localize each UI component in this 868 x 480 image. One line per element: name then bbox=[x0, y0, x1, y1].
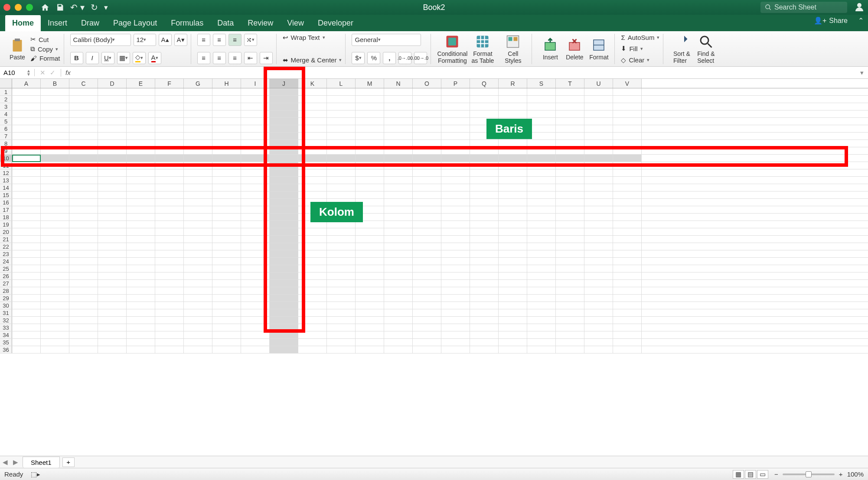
cell[interactable] bbox=[41, 125, 69, 132]
cell[interactable] bbox=[356, 155, 384, 162]
cell[interactable] bbox=[184, 118, 212, 125]
cell[interactable] bbox=[298, 250, 327, 257]
cell[interactable] bbox=[470, 162, 499, 169]
cell[interactable] bbox=[556, 236, 584, 243]
cell[interactable] bbox=[441, 236, 470, 243]
cell[interactable] bbox=[613, 118, 642, 125]
cell[interactable] bbox=[241, 265, 270, 272]
cell[interactable] bbox=[327, 243, 356, 250]
cell[interactable] bbox=[212, 272, 241, 279]
cell[interactable] bbox=[127, 125, 155, 132]
cell[interactable] bbox=[41, 221, 69, 228]
cell[interactable] bbox=[270, 103, 298, 110]
find-select-button[interactable]: Find & Select bbox=[694, 34, 718, 64]
cell[interactable] bbox=[270, 302, 298, 309]
cell[interactable] bbox=[98, 96, 127, 103]
next-sheet-icon[interactable]: ▶ bbox=[10, 458, 21, 466]
cell[interactable] bbox=[241, 206, 270, 213]
column-header[interactable]: E bbox=[127, 79, 155, 88]
cell[interactable] bbox=[241, 118, 270, 125]
cell[interactable] bbox=[155, 272, 184, 279]
cell[interactable] bbox=[527, 199, 556, 206]
cell[interactable] bbox=[613, 243, 642, 250]
paste-button[interactable]: Paste bbox=[6, 37, 29, 61]
cell[interactable] bbox=[41, 317, 69, 324]
cell[interactable] bbox=[584, 228, 613, 235]
cell[interactable] bbox=[470, 280, 499, 287]
cell[interactable] bbox=[527, 184, 556, 191]
cell[interactable] bbox=[155, 140, 184, 147]
row-header[interactable]: 31 bbox=[0, 309, 12, 316]
cell[interactable] bbox=[98, 236, 127, 243]
minimize-icon[interactable] bbox=[15, 4, 22, 11]
cell[interactable] bbox=[69, 110, 98, 117]
cell[interactable] bbox=[98, 118, 127, 125]
cell[interactable] bbox=[327, 295, 356, 302]
cell[interactable] bbox=[613, 295, 642, 302]
cell[interactable] bbox=[212, 169, 241, 176]
tab-insert[interactable]: Insert bbox=[41, 15, 74, 31]
cell[interactable] bbox=[527, 339, 556, 346]
cell[interactable] bbox=[384, 324, 413, 331]
cell[interactable] bbox=[270, 228, 298, 235]
row-header[interactable]: 3 bbox=[0, 103, 12, 110]
cell[interactable] bbox=[499, 162, 527, 169]
cell[interactable] bbox=[499, 177, 527, 184]
cell[interactable] bbox=[413, 191, 441, 198]
cell[interactable] bbox=[441, 221, 470, 228]
cell[interactable] bbox=[327, 191, 356, 198]
cell[interactable] bbox=[356, 103, 384, 110]
cell[interactable] bbox=[155, 133, 184, 139]
cell[interactable] bbox=[384, 302, 413, 309]
cell[interactable] bbox=[441, 162, 470, 169]
cell[interactable] bbox=[98, 250, 127, 257]
cell[interactable] bbox=[69, 162, 98, 169]
cell[interactable] bbox=[613, 169, 642, 176]
cell[interactable] bbox=[584, 272, 613, 279]
cell[interactable] bbox=[270, 147, 298, 154]
cell[interactable] bbox=[212, 88, 241, 95]
decrease-decimal-icon[interactable]: .00→.0 bbox=[414, 52, 427, 64]
cell[interactable] bbox=[441, 199, 470, 206]
cell[interactable] bbox=[327, 258, 356, 265]
cell[interactable] bbox=[184, 250, 212, 257]
cell[interactable] bbox=[556, 96, 584, 103]
cell[interactable] bbox=[327, 147, 356, 154]
copy-button[interactable]: ⧉ Copy bbox=[30, 45, 60, 53]
cell[interactable] bbox=[384, 287, 413, 294]
cell[interactable] bbox=[41, 258, 69, 265]
cell[interactable] bbox=[155, 236, 184, 243]
cell[interactable] bbox=[327, 317, 356, 324]
cell[interactable] bbox=[270, 162, 298, 169]
cell[interactable] bbox=[356, 295, 384, 302]
cell[interactable] bbox=[98, 258, 127, 265]
cell[interactable] bbox=[69, 184, 98, 191]
cell[interactable] bbox=[613, 272, 642, 279]
column-header[interactable]: U bbox=[584, 79, 613, 88]
cell[interactable] bbox=[270, 250, 298, 257]
column-header[interactable]: S bbox=[527, 79, 556, 88]
cell[interactable] bbox=[356, 287, 384, 294]
cell[interactable] bbox=[441, 133, 470, 139]
cell[interactable] bbox=[441, 228, 470, 235]
cell[interactable] bbox=[527, 236, 556, 243]
cell[interactable] bbox=[613, 339, 642, 346]
cut-button[interactable]: ✂ Cut bbox=[30, 36, 60, 43]
cell[interactable] bbox=[384, 133, 413, 139]
cell[interactable] bbox=[127, 272, 155, 279]
cell[interactable] bbox=[327, 272, 356, 279]
cell[interactable] bbox=[241, 272, 270, 279]
cell[interactable] bbox=[127, 133, 155, 139]
borders-button[interactable]: ▦ bbox=[117, 52, 130, 64]
cell[interactable] bbox=[241, 96, 270, 103]
cell[interactable] bbox=[356, 184, 384, 191]
cell[interactable] bbox=[327, 309, 356, 316]
cell[interactable] bbox=[613, 88, 642, 95]
cell[interactable] bbox=[556, 265, 584, 272]
cell[interactable] bbox=[155, 162, 184, 169]
cell[interactable] bbox=[499, 103, 527, 110]
cell[interactable] bbox=[413, 280, 441, 287]
column-header[interactable]: K bbox=[298, 79, 327, 88]
cell[interactable] bbox=[212, 184, 241, 191]
cell[interactable] bbox=[384, 125, 413, 132]
